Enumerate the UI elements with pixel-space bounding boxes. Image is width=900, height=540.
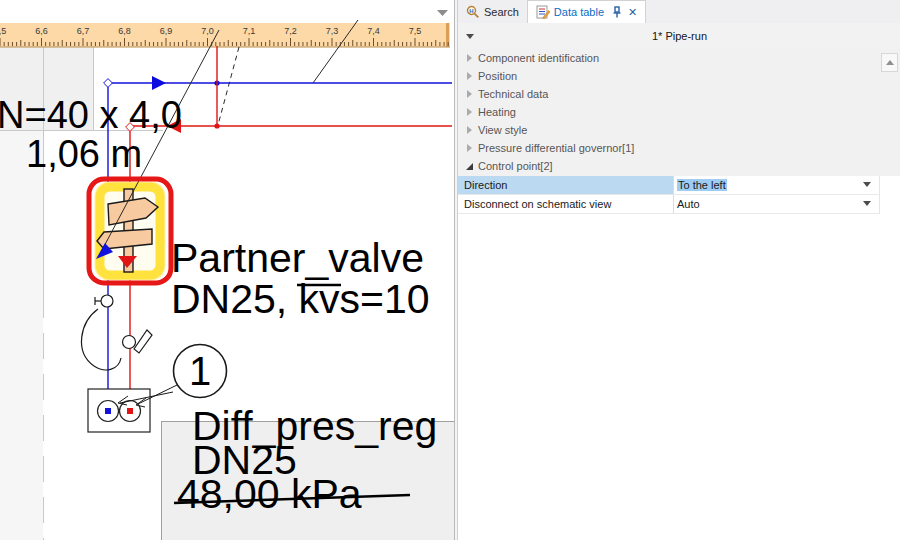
tree-item-control-point[interactable]: Control point[2] — [458, 157, 900, 175]
selection-title: 1* Pipe-run — [458, 30, 900, 42]
application-window: 6,56,66,76,86,97,07,17,27,37,47,5 — [0, 0, 900, 540]
scroll-up-button[interactable] — [881, 53, 898, 72]
disconnect-value[interactable]: Auto — [677, 198, 700, 210]
arrow-up-icon — [886, 60, 894, 65]
chevron-right-icon[interactable] — [463, 72, 475, 80]
property-value-cell[interactable]: Auto — [674, 195, 879, 213]
pin-icon[interactable] — [612, 6, 622, 18]
pipe-length-label[interactable]: 1,06 m — [26, 133, 142, 175]
svg-text:7,5: 7,5 — [409, 26, 422, 36]
search-icon: H — [466, 5, 480, 19]
property-row-direction[interactable]: Direction To the left — [458, 176, 879, 195]
svg-text:7,0: 7,0 — [201, 26, 214, 36]
diff-pressure-regulator-symbol[interactable] — [88, 389, 150, 432]
valve-name-label[interactable]: Partner_valve — [171, 235, 424, 281]
tree-item-pressure-differential-governor[interactable]: Pressure differential governor[1] — [458, 139, 900, 157]
chevron-right-icon[interactable] — [463, 144, 475, 152]
chevron-right-icon[interactable] — [463, 90, 475, 98]
property-name-cell[interactable]: Disconnect on schematic view — [458, 195, 674, 213]
data-table-panel: H Search Data table — [457, 0, 900, 540]
property-value-cell[interactable]: To the left — [674, 176, 879, 194]
dropdown-arrow-icon[interactable] — [863, 201, 871, 206]
panel-tab-bar: H Search Data table — [458, 0, 900, 23]
balloon-number: 1 — [189, 349, 211, 393]
horizontal-ruler: 6,56,66,76,86,97,07,17,27,37,47,5 — [0, 23, 450, 47]
tab-search[interactable]: H Search — [458, 0, 527, 23]
svg-text:6,9: 6,9 — [160, 26, 173, 36]
tree-item-technical-data[interactable]: Technical data — [458, 85, 900, 103]
return-node[interactable] — [214, 123, 219, 128]
valve-spec-label[interactable]: DN25, kvs=10 — [171, 276, 430, 322]
svg-text:7,2: 7,2 — [284, 26, 297, 36]
tab-data-table-label: Data table — [554, 6, 604, 18]
svg-text:7,1: 7,1 — [243, 26, 256, 36]
svg-text:6,6: 6,6 — [35, 26, 48, 36]
data-table-icon — [536, 5, 550, 19]
svg-text:H: H — [469, 8, 473, 14]
drawing-canvas[interactable]: 6,56,66,76,86,97,07,17,27,37,47,5 — [0, 0, 455, 540]
page-margin-left — [0, 130, 43, 540]
direction-value[interactable]: To the left — [677, 179, 727, 191]
tree-item-heating[interactable]: Heating — [458, 103, 900, 121]
dropdown-arrow-icon[interactable] — [863, 182, 871, 187]
tab-data-table[interactable]: Data table ✕ — [527, 0, 646, 23]
chevron-expanded-icon[interactable] — [463, 163, 475, 170]
property-grid: Direction To the left Disconnect on sche… — [458, 176, 880, 214]
chevron-right-icon[interactable] — [463, 54, 475, 62]
chevron-right-icon[interactable] — [463, 126, 475, 134]
property-name-cell[interactable]: Direction — [458, 176, 674, 194]
selection-header: 1* Pipe-run — [458, 23, 900, 50]
property-tree: Component identification Position Techni… — [458, 49, 900, 176]
property-row-disconnect[interactable]: Disconnect on schematic view Auto — [458, 195, 879, 214]
svg-text:7,3: 7,3 — [326, 26, 339, 36]
close-icon[interactable]: ✕ — [628, 7, 637, 18]
tree-item-component-identification[interactable]: Component identification — [458, 49, 900, 67]
svg-text:6,5: 6,5 — [0, 26, 6, 36]
svg-text:7,4: 7,4 — [367, 26, 380, 36]
tab-search-label: Search — [484, 6, 519, 18]
regulator-pressure-label[interactable]: 48,00 kPa — [177, 471, 362, 517]
svg-text:6,8: 6,8 — [118, 26, 131, 36]
tree-item-view-style[interactable]: View style — [458, 121, 900, 139]
svg-text:6,7: 6,7 — [77, 26, 90, 36]
pipe-dimension-label[interactable]: N=40 x 4,0 — [0, 94, 182, 136]
tree-item-position[interactable]: Position — [458, 67, 900, 85]
chevron-right-icon[interactable] — [463, 108, 475, 116]
